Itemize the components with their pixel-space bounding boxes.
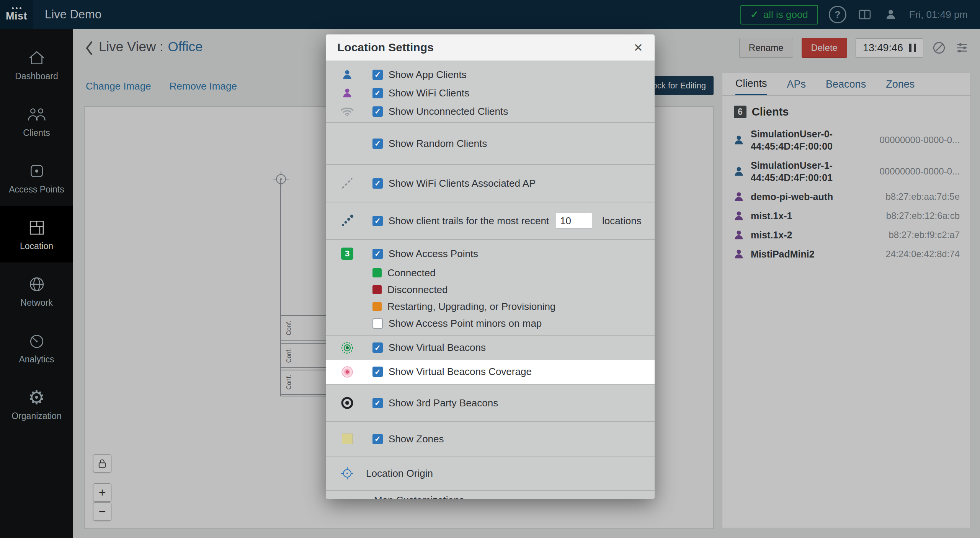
- modal-header: Location Settings ✕: [326, 34, 655, 61]
- client-trails-label-pre: Show client trails for the most recent: [389, 215, 549, 227]
- show-random-clients-row: Show Random Clients: [326, 134, 655, 153]
- ap-count-badge: 3: [341, 248, 353, 260]
- show-app-clients-row: Show App Clients: [326, 65, 655, 84]
- client-trails-checkbox[interactable]: [372, 216, 383, 226]
- disconnected-color-swatch: [372, 285, 382, 294]
- app-root: Mist Live Demo ✓ all is good ? Fri, 01:4…: [0, 0, 980, 538]
- restarting-label: Restarting, Upgrading, or Provisioning: [387, 301, 555, 313]
- location-origin-section: Location Origin: [326, 456, 655, 491]
- show-associated-ap-label: Show WiFi Clients Associated AP: [389, 178, 536, 189]
- ap-connected-legend-row: Connected: [326, 264, 655, 281]
- clipped-bottom-row: Map Customizations: [326, 491, 655, 499]
- random-clients-section: Show Random Clients: [326, 123, 655, 165]
- clients-section: Show App Clients Show WiFi Clients Show …: [326, 61, 655, 123]
- wifi-icon: [334, 106, 360, 117]
- ap-restarting-legend-row: Restarting, Upgrading, or Provisioning: [326, 298, 655, 315]
- close-icon[interactable]: ✕: [634, 41, 643, 54]
- clipped-bottom-label: Map Customizations: [374, 494, 464, 499]
- ap-minors-row: Show Access Point minors on map: [326, 315, 655, 332]
- show-virtual-beacons-label: Show Virtual Beacons: [389, 342, 486, 354]
- show-wifi-clients-checkbox[interactable]: [372, 88, 383, 98]
- show-app-clients-label: Show App Clients: [389, 69, 467, 81]
- show-zones-label: Show Zones: [389, 433, 444, 445]
- show-third-party-row: Show 3rd Party Beacons: [326, 394, 655, 412]
- show-wifi-clients-row: Show WiFi Clients: [326, 84, 655, 102]
- third-party-beacon-icon: [334, 396, 360, 409]
- show-vb-coverage-label: Show Virtual Beacons Coverage: [389, 366, 532, 378]
- show-random-clients-checkbox[interactable]: [372, 139, 383, 149]
- show-zones-checkbox[interactable]: [372, 434, 383, 444]
- zones-section: Show Zones: [326, 422, 655, 456]
- show-third-party-checkbox[interactable]: [372, 398, 383, 408]
- associated-ap-section: Show WiFi Clients Associated AP: [326, 165, 655, 202]
- show-third-party-label: Show 3rd Party Beacons: [389, 397, 498, 409]
- restarting-color-swatch: [372, 302, 382, 311]
- virtual-beacons-section: Show Virtual Beacons Show Virtual Beacon…: [326, 336, 655, 385]
- location-origin-row: Location Origin: [326, 464, 655, 483]
- beacon-coverage-icon: [334, 365, 360, 378]
- dashed-line-icon: [334, 177, 360, 190]
- show-access-points-label: Show Access Points: [389, 248, 478, 260]
- show-associated-ap-row: Show WiFi Clients Associated AP: [326, 174, 655, 192]
- third-party-beacons-section: Show 3rd Party Beacons: [326, 385, 655, 422]
- show-unconnected-clients-row: Show Unconnected Clients: [326, 102, 655, 121]
- ap-disconnected-legend-row: Disconnected: [326, 281, 655, 298]
- trail-dots-icon: [334, 214, 360, 227]
- show-unconnected-clients-checkbox[interactable]: [372, 106, 383, 117]
- trails-count-input[interactable]: [556, 213, 592, 229]
- show-access-points-row: 3 Show Access Points: [326, 243, 655, 264]
- client-trails-row: Show client trails for the most recent l…: [326, 212, 655, 230]
- show-zones-row: Show Zones: [326, 430, 655, 448]
- ap-minors-label: Show Access Point minors on map: [389, 318, 542, 329]
- connected-color-swatch: [372, 268, 382, 277]
- show-vb-coverage-row: Show Virtual Beacons Coverage: [326, 360, 655, 384]
- location-origin-label: Location Origin: [366, 468, 433, 479]
- disconnected-label: Disconnected: [387, 284, 448, 296]
- show-vb-coverage-checkbox[interactable]: [372, 367, 383, 377]
- location-settings-modal: Location Settings ✕ Show App Clients Sho…: [326, 34, 655, 499]
- access-points-section: 3 Show Access Points Connected Disconnec…: [326, 240, 655, 336]
- client-trails-label-post: locations: [602, 215, 642, 227]
- wifi-client-icon: [334, 87, 360, 99]
- ap-count-badge-icon: 3: [334, 248, 360, 260]
- ap-minors-checkbox[interactable]: [372, 318, 383, 329]
- client-trails-section: Show client trails for the most recent l…: [326, 202, 655, 240]
- show-wifi-clients-label: Show WiFi Clients: [389, 87, 469, 99]
- virtual-beacon-icon: [334, 341, 360, 354]
- show-unconnected-clients-label: Show Unconnected Clients: [389, 106, 508, 117]
- show-associated-ap-checkbox[interactable]: [372, 178, 383, 189]
- connected-label: Connected: [387, 267, 436, 279]
- show-virtual-beacons-row: Show Virtual Beacons: [326, 336, 655, 360]
- app-client-icon: [334, 69, 360, 80]
- location-origin-icon: [334, 466, 360, 480]
- show-virtual-beacons-checkbox[interactable]: [372, 342, 383, 353]
- show-random-clients-label: Show Random Clients: [389, 138, 487, 150]
- show-app-clients-checkbox[interactable]: [372, 70, 383, 80]
- zone-color-icon: [334, 434, 360, 444]
- modal-title: Location Settings: [337, 41, 434, 54]
- show-access-points-checkbox[interactable]: [372, 249, 383, 259]
